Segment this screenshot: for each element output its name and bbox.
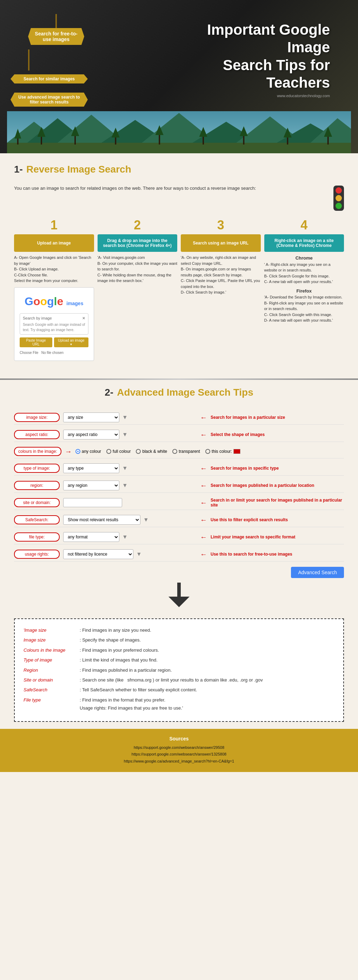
arrow-safesearch: ← <box>200 516 207 524</box>
control-aspect-ratio[interactable]: any aspect ratio ▼ <box>63 430 197 439</box>
select-region[interactable]: any region <box>63 480 119 490</box>
col2: 2 Drag & drop an image into the search b… <box>97 218 177 361</box>
label-safesearch: SafeSearch: <box>14 515 60 524</box>
section1-title: Reverse Image Search <box>26 164 131 175</box>
footer-link-1[interactable]: https://support.google.com/websearch/ans… <box>14 744 344 751</box>
footer-section: Sources https://support.google.com/webse… <box>0 729 358 772</box>
control-type[interactable]: any type ▼ <box>63 463 197 473</box>
summary-key-2: Image size <box>24 636 80 644</box>
arrow-type: ← <box>200 465 207 473</box>
svg-rect-15 <box>74 135 76 145</box>
summary-key-6: Site or domain <box>24 676 80 684</box>
down-arrow-icon <box>168 582 190 607</box>
radio-colours: any colour full colour black & white tra… <box>75 449 344 454</box>
svg-rect-27 <box>328 136 329 145</box>
adv-row-type: type of image: any type ▼ ← Search for i… <box>14 461 344 476</box>
select-aspect-ratio[interactable]: any aspect ratio <box>63 430 119 439</box>
radio-circle-this <box>205 449 210 454</box>
section2-number: 2- <box>105 387 113 398</box>
summary-val-1: : Find images in any size you need. <box>80 626 334 634</box>
summary-key-1: 'Image size <box>24 626 80 634</box>
input-site[interactable] <box>63 498 122 507</box>
summary-key-3: Colours in the image <box>24 646 80 654</box>
radio-label-bw: black & white <box>142 449 167 454</box>
radio-circle-full <box>106 449 111 454</box>
label-image-size: image size: <box>14 413 60 422</box>
desc-image-size: Search for images in a particular size <box>211 415 344 420</box>
control-site[interactable] <box>63 498 197 507</box>
footer-links: https://support.google.com/websearch/ans… <box>14 744 344 765</box>
radio-label-transparent: transparent <box>179 449 200 454</box>
col3: 3 Search using an image URL 'A- On any w… <box>181 218 261 361</box>
summary-row-6: Site or domain : Search one site (like s… <box>24 676 334 684</box>
col1-number: 1 <box>14 218 94 232</box>
google-buttons[interactable]: Paste Image URL Upload an image ▾ <box>20 337 88 347</box>
select-usage[interactable]: not filtered by licence <box>63 549 133 559</box>
page-title: Important Google ImageSearch Tips for Te… <box>193 14 340 92</box>
light-yellow <box>336 195 342 201</box>
upload-image-btn[interactable]: Upload an image ▾ <box>54 337 88 347</box>
radio-label-this: this colour: <box>212 449 232 454</box>
adv-row-usage: usage rights: not filtered by licence ▼ … <box>14 547 344 562</box>
sign-main: Search for free-to- use images <box>28 28 84 45</box>
svg-rect-10 <box>7 143 351 153</box>
label-region: region: <box>14 481 60 490</box>
label-type: type of image: <box>14 464 60 473</box>
label-aspect-ratio: aspect ratio: <box>14 430 60 439</box>
arrow-image-size: ← <box>200 414 207 422</box>
footer-link-3[interactable]: https://www.google.ca/advanced_image_sea… <box>14 758 344 765</box>
radio-circle-transparent <box>172 449 177 454</box>
desc-filetype: Limit your image search to specific form… <box>211 535 344 539</box>
control-region[interactable]: any region ▼ <box>63 480 197 490</box>
summary-row-2: Image size : Specify the shape of images… <box>24 636 334 644</box>
summary-key-7: SafeSearch <box>24 686 80 694</box>
traffic-light <box>333 186 344 211</box>
radio-transparent[interactable]: transparent <box>172 449 200 454</box>
control-safesearch[interactable]: Show most relevant results ▼ <box>63 515 197 525</box>
radio-label-any: any colour <box>82 449 101 454</box>
radio-this-colour[interactable]: this colour: <box>205 449 240 454</box>
desc-region: Search for images published in a particu… <box>211 483 344 488</box>
footer-link-2[interactable]: https://support.google.com/websearch/ans… <box>14 751 344 758</box>
label-site: site or domain: <box>14 498 60 507</box>
summary-val-7: : Tell SafeSearch whether to filter sexu… <box>80 686 334 694</box>
select-filetype[interactable]: any format <box>63 532 119 542</box>
adv-row-region: region: any region ▼ ← Search for images… <box>14 479 344 493</box>
select-safesearch[interactable]: Show most relevant results <box>63 515 141 525</box>
control-image-size[interactable]: any size ▼ <box>63 412 197 422</box>
col4-body: Chrome ' A- Right-click any image you se… <box>264 255 344 323</box>
section1: 1- Reverse Image Search You can use an i… <box>0 153 358 379</box>
google-search-box: Google images Search by image ✕ Search G… <box>14 287 94 361</box>
summary-row-3: Colours in the image : Find images in yo… <box>24 646 334 654</box>
radio-any-colour[interactable]: any colour <box>75 449 101 454</box>
select-type[interactable]: any type <box>63 463 119 473</box>
summary-row-7: SafeSearch : Tell SafeSearch whether to … <box>24 686 334 694</box>
desc-type: Search for images in specific type <box>211 466 344 471</box>
select-image-size[interactable]: any size <box>63 412 119 422</box>
color-swatch[interactable] <box>233 449 240 454</box>
col4-number: 4 <box>264 218 344 232</box>
desc-aspect-ratio: Select the shape of images <box>211 432 344 437</box>
adv-row-image-size: image size: any size ▼ ← Search for imag… <box>14 410 344 425</box>
summary-row-8: File type : Find images in the format th… <box>24 696 334 713</box>
radio-full-colour[interactable]: full colour <box>106 449 131 454</box>
adv-row-colours: colours in the image: → any colour full … <box>14 445 344 458</box>
advanced-search-btn[interactable]: Advanced Search <box>291 567 344 578</box>
google-search-area: Search by image ✕ Search Google with an … <box>20 313 88 335</box>
four-cols-grid: 1 Upload an image A- Open Google Images … <box>14 218 344 361</box>
summary-key-5: Region <box>24 666 80 674</box>
paste-url-btn[interactable]: Paste Image URL <box>20 337 52 347</box>
radio-circle-bw <box>136 449 141 454</box>
intro-text-wrapper: You can use an image to search for relat… <box>14 186 344 211</box>
adv-row-site: site or domain: ← Search in or limit you… <box>14 496 344 510</box>
sign-filter: Use advanced image search to filter sear… <box>11 92 88 107</box>
arrow-aspect-ratio: ← <box>200 431 207 439</box>
radio-bw[interactable]: black & white <box>136 449 167 454</box>
control-usage[interactable]: not filtered by licence ▼ <box>63 549 197 559</box>
radio-circle-any <box>75 449 80 454</box>
footer-title: Sources <box>14 736 344 741</box>
control-filetype[interactable]: any format ▼ <box>63 532 197 542</box>
summary-val-6: : Search one site (like sfmoma.org ) or … <box>80 676 334 684</box>
landscape-decoration <box>7 111 351 153</box>
label-colours: colours in the image: <box>14 447 61 456</box>
